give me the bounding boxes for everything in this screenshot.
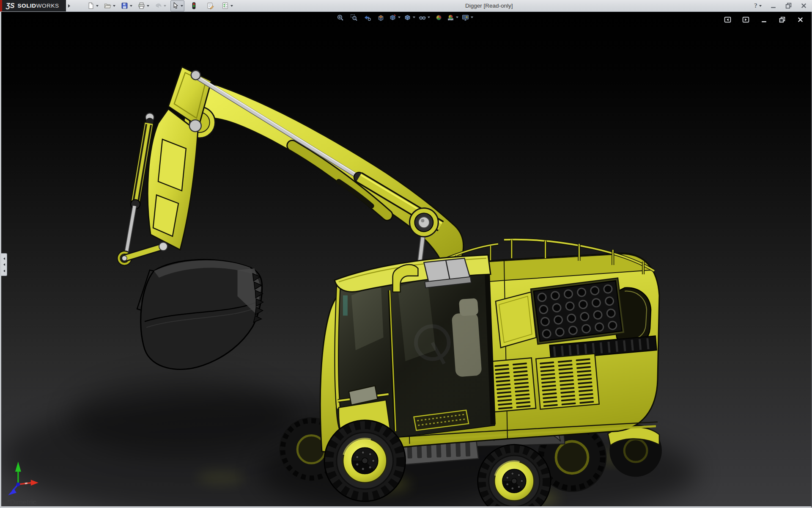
zoom-to-fit-icon bbox=[337, 14, 344, 21]
traffic-light-icon bbox=[190, 2, 198, 9]
document-title: Digger [Read-only] bbox=[465, 0, 513, 11]
doc-restore-button[interactable] bbox=[775, 14, 789, 25]
app-restore-icon bbox=[785, 2, 792, 9]
display-style-button[interactable] bbox=[403, 12, 417, 22]
help-button[interactable]: ? bbox=[753, 0, 763, 11]
titlebar: ƷS SOLIDWORKS Digger [Read-only] ? bbox=[0, 0, 812, 12]
pane-collapse-right-icon bbox=[742, 16, 749, 23]
edit-note-icon bbox=[207, 2, 214, 9]
dropdown-caret-icon[interactable] bbox=[147, 5, 149, 7]
bucket-linkage[interactable] bbox=[117, 242, 263, 369]
view-settings-icon bbox=[462, 14, 469, 21]
brand-name-bold: SOLID bbox=[17, 3, 36, 9]
edit-appearance-button[interactable] bbox=[432, 12, 445, 22]
doc-restore-icon bbox=[779, 16, 786, 23]
pane-collapse-left-button[interactable] bbox=[721, 14, 734, 25]
side-vent-right bbox=[536, 353, 599, 409]
doc-close-icon bbox=[797, 16, 804, 23]
dropdown-caret-icon[interactable] bbox=[428, 17, 430, 18]
boom-assembly[interactable] bbox=[126, 67, 463, 276]
graphics-viewport[interactable]: *Dimetric bbox=[0, 12, 812, 508]
dropdown-caret-icon[interactable] bbox=[398, 17, 401, 18]
solidworks-logo: ƷS SOLIDWORKS bbox=[2, 0, 66, 11]
collapse-arrow-icon bbox=[3, 257, 5, 260]
dropdown-caret-icon[interactable] bbox=[96, 5, 99, 7]
display-style-icon bbox=[404, 14, 411, 21]
app-minimize-button[interactable] bbox=[768, 0, 778, 11]
app-close-icon bbox=[800, 2, 807, 9]
dropdown-caret-icon[interactable] bbox=[413, 17, 415, 18]
save-button[interactable] bbox=[120, 0, 134, 11]
undo-button[interactable] bbox=[154, 0, 167, 11]
select-cursor-button[interactable] bbox=[170, 0, 184, 11]
undo-icon bbox=[155, 2, 162, 9]
titlebar-window-controls: ? bbox=[753, 0, 809, 11]
collapse-arrow-icon bbox=[3, 263, 5, 266]
new-document-button[interactable] bbox=[86, 0, 100, 11]
help-icon: ? bbox=[754, 2, 757, 9]
zoom-to-fit-button[interactable] bbox=[334, 12, 346, 22]
section-view-icon bbox=[377, 14, 384, 21]
toolbar-expander[interactable] bbox=[67, 2, 71, 10]
open-folder-button[interactable] bbox=[103, 0, 117, 11]
section-view-button[interactable] bbox=[374, 12, 387, 22]
traffic-light-button[interactable] bbox=[187, 0, 201, 11]
apply-scene-button[interactable] bbox=[446, 12, 460, 22]
app-minimize-icon bbox=[770, 2, 777, 9]
boom-cylinder[interactable] bbox=[196, 76, 442, 226]
hide-show-items-button[interactable] bbox=[417, 12, 431, 22]
zoom-to-area-icon bbox=[350, 14, 357, 21]
open-folder-icon bbox=[104, 2, 111, 9]
save-icon bbox=[121, 2, 128, 9]
app-close-button[interactable] bbox=[798, 0, 809, 11]
new-document-icon bbox=[87, 2, 94, 9]
pane-collapse-right-button[interactable] bbox=[739, 14, 752, 25]
print-button[interactable] bbox=[137, 0, 151, 11]
dropdown-caret-icon[interactable] bbox=[759, 5, 762, 7]
view-orientation-button[interactable] bbox=[388, 12, 402, 22]
pane-collapse-left-icon bbox=[724, 16, 731, 23]
view-orientation-icon bbox=[389, 14, 396, 21]
dropdown-caret-icon[interactable] bbox=[113, 5, 115, 7]
graphics-area[interactable] bbox=[1, 12, 811, 506]
sunroof bbox=[424, 258, 471, 288]
print-icon bbox=[138, 2, 145, 9]
document-window-controls bbox=[721, 14, 807, 25]
apply-scene-icon bbox=[447, 14, 454, 21]
dropdown-caret-icon[interactable] bbox=[230, 5, 233, 7]
dropdown-caret-icon[interactable] bbox=[181, 5, 183, 7]
view-orientation-label: *Dimetric bbox=[7, 498, 36, 507]
checklist-button[interactable] bbox=[220, 0, 234, 11]
dropdown-caret-icon[interactable] bbox=[471, 17, 473, 18]
edit-note-button[interactable] bbox=[204, 0, 217, 11]
select-cursor-icon bbox=[172, 2, 179, 9]
dropdown-caret-icon[interactable] bbox=[456, 17, 458, 18]
wheel-front[interactable] bbox=[324, 420, 406, 501]
dropdown-caret-icon[interactable] bbox=[164, 5, 166, 7]
main-toolbar bbox=[86, 0, 234, 11]
cab[interactable] bbox=[335, 255, 495, 441]
headsup-view-toolbar bbox=[334, 12, 475, 22]
zoom-to-area-button[interactable] bbox=[347, 12, 360, 22]
dropdown-caret-icon[interactable] bbox=[130, 5, 132, 7]
view-settings-button[interactable] bbox=[461, 12, 475, 22]
doc-minimize-button[interactable] bbox=[757, 14, 771, 25]
doc-close-button[interactable] bbox=[793, 14, 807, 25]
doc-minimize-icon bbox=[760, 16, 768, 23]
app-restore-button[interactable] bbox=[783, 0, 793, 11]
previous-view-button[interactable] bbox=[361, 12, 373, 22]
checklist-icon bbox=[222, 2, 229, 9]
hide-show-items-icon bbox=[419, 14, 426, 21]
collapse-arrow-icon bbox=[3, 270, 5, 272]
dassault-3ds-glyph: ƷS bbox=[6, 2, 14, 10]
previous-view-icon bbox=[364, 14, 371, 21]
expander-arrow-icon bbox=[68, 4, 70, 8]
featuremanager-collapsed-tab[interactable] bbox=[1, 253, 7, 276]
radiator-grille bbox=[531, 278, 625, 344]
brand-name-light: WORKS bbox=[36, 3, 59, 9]
edit-appearance-icon bbox=[435, 14, 442, 21]
